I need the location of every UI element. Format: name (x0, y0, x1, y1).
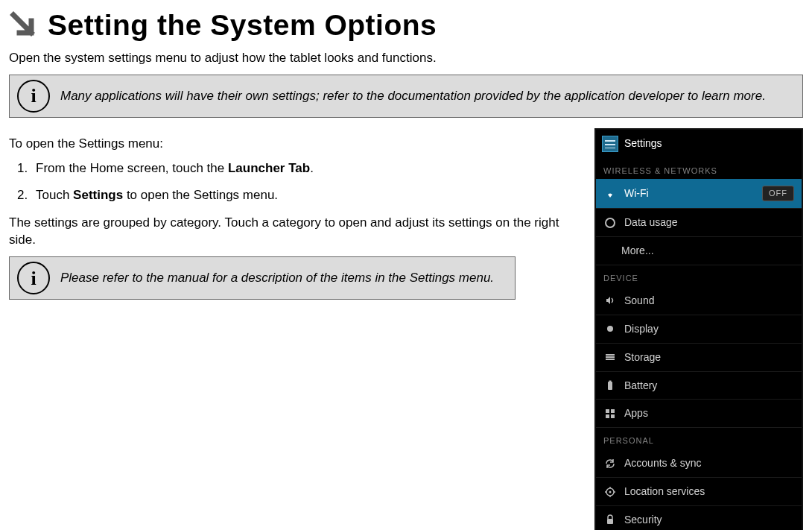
row-display-label: Display (624, 322, 794, 336)
step-2-suffix: to open the Settings menu. (123, 188, 278, 202)
sound-icon (603, 294, 617, 307)
arrow-down-right-icon (9, 10, 39, 40)
svg-rect-9 (606, 414, 609, 418)
info-callout-2-text: Please refer to the manual for a descrip… (60, 270, 494, 286)
category-device: DEVICE (596, 265, 802, 287)
row-location[interactable]: Location services (596, 478, 802, 506)
svg-point-0 (606, 218, 615, 227)
svg-rect-4 (606, 359, 615, 360)
row-wifi[interactable]: Wi-Fi OFF (596, 179, 802, 209)
row-apps-label: Apps (624, 406, 794, 420)
svg-rect-13 (607, 519, 613, 524)
phone-header: Settings (596, 130, 802, 158)
row-security[interactable]: Security (596, 506, 802, 530)
info-callout-2: i Please refer to the manual for a descr… (9, 256, 516, 300)
row-battery-label: Battery (624, 379, 794, 393)
row-accounts[interactable]: Accounts & sync (596, 449, 802, 478)
step-1-prefix: From the Home screen, touch the (36, 161, 228, 175)
step-1-bold: Launcher Tab (228, 161, 310, 175)
row-more-label: More... (621, 244, 794, 258)
location-icon (603, 485, 617, 499)
svg-rect-6 (609, 381, 612, 382)
category-wireless: WIRELESS & NETWORKS (596, 158, 802, 180)
page-title-row: Setting the System Options (9, 6, 803, 45)
step-2-bold: Settings (73, 188, 123, 202)
sync-icon (603, 457, 617, 470)
lock-icon (603, 513, 617, 526)
battery-icon (603, 379, 617, 392)
row-data-usage[interactable]: Data usage (596, 209, 802, 237)
row-sound[interactable]: Sound (596, 287, 802, 315)
row-storage-label: Storage (624, 350, 794, 365)
step-1-suffix: . (310, 161, 314, 175)
phone-header-title: Settings (624, 136, 662, 151)
info-callout-1: i Many applications will have their own … (9, 75, 803, 118)
row-battery[interactable]: Battery (596, 372, 802, 400)
open-menu-lead: To open the Settings menu: (9, 136, 580, 153)
storage-icon (603, 350, 617, 364)
info-icon: i (17, 80, 50, 113)
settings-app-icon (602, 136, 618, 152)
row-security-label: Security (624, 513, 794, 527)
step-2-prefix: Touch (36, 188, 73, 202)
svg-rect-8 (611, 409, 615, 413)
step-2: Touch Settings to open the Settings menu… (31, 187, 580, 204)
svg-rect-5 (608, 382, 612, 390)
svg-rect-3 (606, 356, 615, 358)
row-storage[interactable]: Storage (596, 344, 802, 372)
svg-rect-2 (606, 354, 615, 356)
grouped-para: The settings are grouped by category. To… (9, 215, 580, 249)
row-sound-label: Sound (624, 294, 794, 308)
data-usage-icon (603, 216, 617, 230)
category-personal: PERSONAL (596, 428, 802, 449)
page-title: Setting the System Options (48, 6, 437, 45)
row-display[interactable]: Display (596, 315, 802, 344)
phone-screenshot: Settings WIRELESS & NETWORKS Wi-Fi OFF D… (594, 128, 803, 530)
svg-rect-10 (611, 414, 615, 418)
display-icon (603, 322, 617, 335)
info-callout-1-text: Many applications will have their own se… (60, 88, 766, 104)
row-data-usage-label: Data usage (624, 215, 794, 230)
info-icon: i (17, 262, 50, 294)
wifi-icon (603, 187, 617, 201)
svg-point-12 (609, 490, 612, 493)
row-location-label: Location services (624, 485, 794, 499)
svg-rect-7 (606, 409, 609, 413)
row-apps[interactable]: Apps (596, 400, 802, 428)
apps-icon (603, 407, 617, 420)
row-accounts-label: Accounts & sync (624, 456, 794, 470)
wifi-toggle[interactable]: OFF (762, 186, 794, 201)
row-more[interactable]: More... (596, 237, 802, 265)
steps-list: From the Home screen, touch the Launcher… (9, 160, 580, 205)
svg-point-1 (607, 326, 613, 332)
row-wifi-label: Wi-Fi (624, 186, 755, 201)
step-1: From the Home screen, touch the Launcher… (31, 160, 580, 177)
intro-text: Open the system settings menu to adjust … (9, 50, 803, 67)
